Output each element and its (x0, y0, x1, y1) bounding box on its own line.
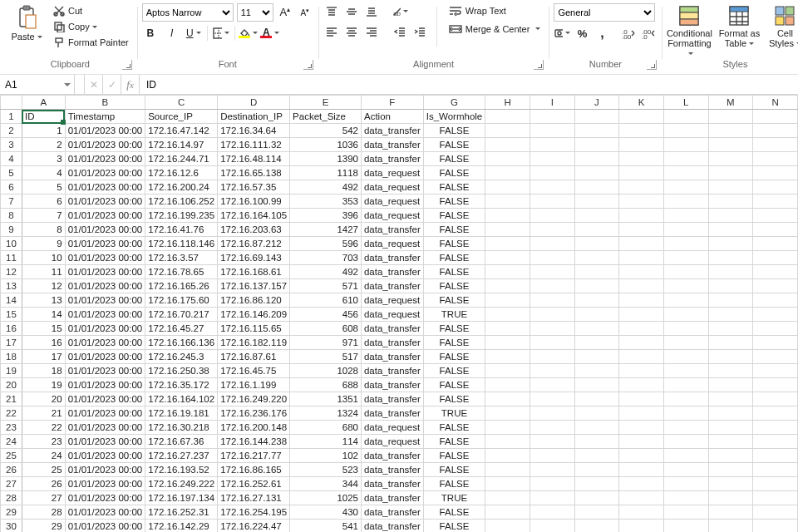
cell[interactable] (485, 463, 530, 477)
cell[interactable] (663, 322, 708, 336)
cell[interactable]: 1427 (290, 223, 362, 237)
row-header[interactable]: 18 (1, 350, 22, 364)
cell[interactable] (530, 463, 574, 477)
cell[interactable] (663, 378, 708, 392)
cell[interactable] (619, 463, 664, 477)
format-as-table-button[interactable]: Format asTable (717, 3, 761, 50)
align-bottom-button[interactable] (363, 3, 380, 20)
cell[interactable]: data_request (361, 195, 423, 209)
cell[interactable]: 680 (290, 421, 362, 435)
cell[interactable]: 1 (22, 124, 65, 138)
row-header[interactable]: 27 (1, 477, 22, 491)
cell[interactable]: 172.16.175.60 (145, 293, 218, 308)
cell[interactable]: 172.16.27.131 (218, 491, 290, 505)
cell[interactable]: 172.16.67.36 (145, 435, 218, 449)
cell[interactable] (708, 449, 753, 463)
cell[interactable]: 01/01/2023 00:00 (65, 350, 145, 364)
cell[interactable] (708, 223, 753, 237)
cell[interactable] (663, 491, 708, 505)
cell[interactable] (708, 152, 753, 166)
row-header[interactable]: 4 (1, 152, 22, 166)
cell[interactable]: 01/01/2023 00:00 (65, 378, 145, 392)
cell[interactable] (708, 477, 753, 491)
cell[interactable] (663, 477, 708, 491)
cell[interactable] (708, 406, 753, 421)
align-top-button[interactable] (323, 3, 340, 20)
cell[interactable] (753, 322, 798, 336)
cell[interactable] (708, 237, 753, 251)
cell[interactable]: 8 (22, 223, 65, 237)
cell[interactable]: 16 (22, 336, 65, 350)
cell[interactable] (619, 138, 664, 152)
cell[interactable] (663, 124, 708, 138)
conditional-formatting-button[interactable]: ConditionalFormatting (667, 3, 712, 60)
cell[interactable] (753, 110, 798, 124)
row-header[interactable]: 7 (1, 195, 22, 209)
cell[interactable]: 172.16.250.38 (145, 364, 218, 378)
cell[interactable] (663, 392, 708, 406)
cell[interactable] (663, 308, 708, 322)
cell[interactable]: 172.16.100.99 (218, 195, 290, 209)
cell[interactable] (753, 505, 798, 520)
cell[interactable]: 27 (22, 491, 65, 505)
cell[interactable]: 01/01/2023 00:00 (65, 180, 145, 195)
cell[interactable]: 17 (22, 350, 65, 364)
cell[interactable] (485, 251, 530, 265)
cell[interactable]: ID (22, 110, 65, 124)
cell[interactable]: data_transfer (361, 336, 423, 350)
cell[interactable]: 172.16.146.209 (218, 308, 290, 322)
cell[interactable]: 172.16.197.134 (145, 491, 218, 505)
cell[interactable] (663, 364, 708, 378)
cell[interactable]: 172.16.118.146 (145, 237, 218, 251)
cell[interactable]: 01/01/2023 00:00 (65, 209, 145, 223)
cell[interactable] (619, 308, 664, 322)
cell[interactable]: 353 (290, 195, 362, 209)
cell[interactable]: 01/01/2023 00:00 (65, 138, 145, 152)
cell[interactable]: 172.16.3.57 (145, 251, 218, 265)
cell[interactable] (485, 293, 530, 308)
cell[interactable] (619, 491, 664, 505)
cell[interactable] (619, 152, 664, 166)
cell[interactable]: 28 (22, 505, 65, 520)
cell[interactable]: 1118 (290, 166, 362, 180)
cell[interactable]: 13 (22, 293, 65, 308)
cell[interactable] (619, 223, 664, 237)
cell[interactable] (485, 491, 530, 505)
cell[interactable]: data_transfer (361, 124, 423, 138)
cell[interactable]: FALSE (423, 520, 485, 533)
cell[interactable] (753, 477, 798, 491)
increase-decimal-button[interactable]: .0.00 (620, 25, 637, 42)
cell[interactable] (753, 138, 798, 152)
cell[interactable] (663, 152, 708, 166)
comma-style-button[interactable]: , (594, 25, 610, 42)
cell[interactable] (485, 336, 530, 350)
cell[interactable] (663, 180, 708, 195)
cell[interactable] (485, 138, 530, 152)
cell[interactable]: 172.16.224.47 (218, 520, 290, 533)
cell[interactable]: 172.16.199.235 (145, 209, 218, 223)
cell[interactable]: 172.16.252.61 (218, 477, 290, 491)
row-header[interactable]: 12 (1, 265, 22, 279)
cell[interactable] (663, 265, 708, 279)
cell[interactable]: 172.16.41.76 (145, 223, 218, 237)
cell[interactable]: FALSE (423, 251, 485, 265)
cell[interactable]: 5 (22, 180, 65, 195)
cell[interactable] (663, 138, 708, 152)
align-right-button[interactable] (363, 23, 380, 40)
row-header[interactable]: 17 (1, 336, 22, 350)
cell[interactable]: 172.16.86.120 (218, 293, 290, 308)
cell[interactable]: 01/01/2023 00:00 (65, 223, 145, 237)
col-header[interactable]: N (753, 96, 798, 110)
cell[interactable]: 492 (290, 265, 362, 279)
cell[interactable] (530, 322, 574, 336)
col-header[interactable]: L (663, 96, 708, 110)
cell[interactable]: 172.16.27.237 (145, 449, 218, 463)
cell[interactable]: 1025 (290, 491, 362, 505)
cell[interactable] (753, 293, 798, 308)
cell[interactable]: data_transfer (361, 491, 423, 505)
cell[interactable] (485, 364, 530, 378)
cell[interactable] (753, 336, 798, 350)
row-header[interactable]: 6 (1, 180, 22, 195)
cell[interactable]: 344 (290, 477, 362, 491)
cell[interactable] (753, 491, 798, 505)
